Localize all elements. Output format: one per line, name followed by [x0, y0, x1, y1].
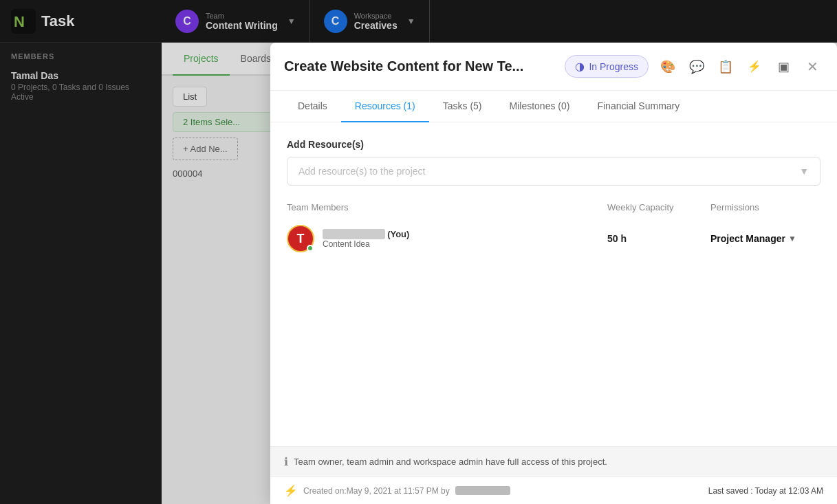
tab-resources[interactable]: Resources (1) [341, 91, 429, 122]
last-saved-text: Last saved : Today at 12:03 AM [708, 486, 823, 496]
modal-body: Add Resource(s) Add resource(s) to the p… [270, 122, 837, 446]
member-info: ██████ ███ (You) Content Idea [323, 229, 607, 249]
clipboard-icon-button[interactable]: 📋 [715, 56, 737, 78]
modal-footer: ⚡ Created on:May 9, 2021 at 11:57 PM by … [270, 476, 837, 504]
col-header-capacity: Weekly Capacity [607, 202, 710, 212]
in-progress-icon: ◑ [575, 60, 585, 73]
activity-icon-button[interactable]: ⚡ [743, 56, 765, 78]
created-on-text: Created on:May 9, 2021 at 11:57 PM by [303, 486, 450, 496]
member-role: Content Idea [323, 239, 607, 249]
palette-icon: 🎨 [660, 59, 675, 74]
avatar-wrap: T [287, 225, 314, 252]
resource-placeholder: Add resource(s) to the project [298, 166, 425, 177]
close-icon: ✕ [807, 58, 818, 75]
layout-icon-button[interactable]: ▣ [772, 56, 794, 78]
permission-label: Project Manager [710, 233, 785, 244]
add-resource-label: Add Resource(s) [287, 139, 820, 150]
creator-name-blurred [455, 486, 510, 495]
tab-milestones[interactable]: Milestones (0) [496, 91, 584, 122]
status-badge[interactable]: ◑ In Progress [565, 55, 649, 78]
modal-header: Create Website Content for New Te... ◑ I… [270, 43, 837, 91]
modal-footer-info: ℹ Team owner, team admin and workspace a… [270, 446, 837, 476]
table-row: T ██████ ███ (You) Content Idea 50 h Pro… [287, 218, 820, 259]
resource-dropdown[interactable]: Add resource(s) to the project ▼ [287, 157, 820, 186]
footer-info-text: Team owner, team admin and workspace adm… [294, 457, 607, 467]
status-badge-label: In Progress [589, 61, 638, 72]
tab-financial-summary[interactable]: Financial Summary [583, 91, 693, 122]
tab-tasks[interactable]: Tasks (5) [429, 91, 496, 122]
modal-panel: Create Website Content for New Te... ◑ I… [270, 43, 837, 504]
col-header-member: Team Members [287, 202, 607, 212]
info-icon: ℹ [284, 455, 288, 468]
close-button[interactable]: ✕ [801, 56, 823, 78]
activity-footer-icon: ⚡ [284, 484, 298, 497]
chat-icon-button[interactable]: 💬 [686, 56, 708, 78]
member-permission[interactable]: Project Manager ▼ [710, 233, 820, 244]
member-name-blurred: ██████ ███ [323, 229, 385, 239]
clipboard-icon: 📋 [718, 59, 733, 74]
modal-icons: 🎨 💬 📋 ⚡ ▣ ✕ [657, 56, 823, 78]
team-members-header: Team Members Weekly Capacity Permissions [287, 202, 820, 218]
member-name-you: (You) [387, 229, 409, 239]
dropdown-arrow-icon: ▼ [799, 166, 809, 177]
tab-details[interactable]: Details [284, 91, 341, 122]
permission-dropdown-arrow-icon: ▼ [788, 234, 796, 243]
col-header-permissions: Permissions [710, 202, 820, 212]
palette-icon-button[interactable]: 🎨 [657, 56, 679, 78]
activity-icon: ⚡ [748, 60, 761, 73]
member-name: ██████ ███ (You) [323, 229, 607, 239]
online-status-dot [307, 245, 314, 252]
layout-icon: ▣ [778, 59, 790, 74]
modal-title: Create Website Content for New Te... [284, 58, 556, 74]
member-capacity: 50 h [607, 233, 710, 244]
created-info: ⚡ Created on:May 9, 2021 at 11:57 PM by [284, 484, 510, 497]
chat-icon: 💬 [689, 59, 704, 74]
modal-tabs: Details Resources (1) Tasks (5) Mileston… [270, 91, 837, 122]
